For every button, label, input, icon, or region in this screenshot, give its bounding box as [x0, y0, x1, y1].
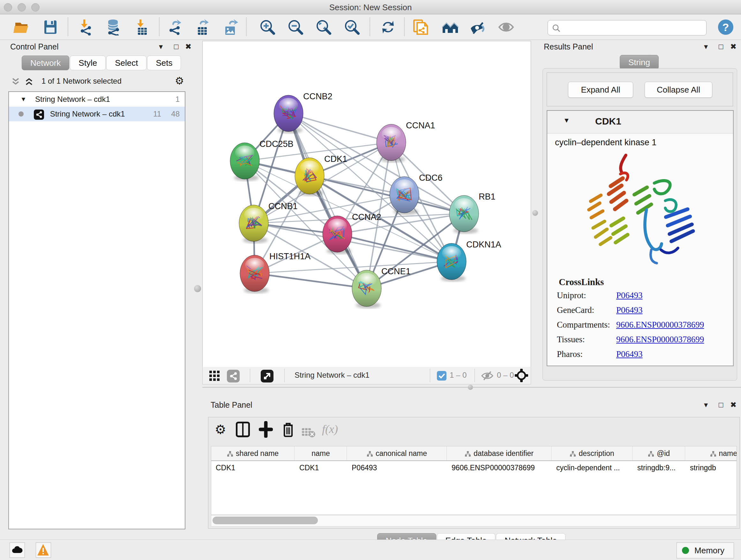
table-cell[interactable]: cyclin-dependent ... [556, 461, 631, 475]
selected-checkbox-icon[interactable] [437, 371, 447, 381]
delete-column-icon[interactable] [281, 421, 295, 438]
table-gear-icon[interactable]: ⚙ [215, 421, 229, 438]
delete-table-icon[interactable] [301, 424, 316, 441]
column-header-namespace[interactable]: namespace [685, 446, 737, 460]
hide-eye-icon[interactable] [469, 19, 486, 36]
function-builder-icon: f(x) [322, 421, 351, 438]
expand-all-button[interactable]: Expand All [568, 82, 633, 98]
node-CCNA1[interactable] [377, 124, 406, 163]
edge-CCNB2-CCNE1[interactable] [288, 113, 367, 288]
results-panel-close-icon[interactable]: ✖ [730, 42, 737, 51]
automation-cloud-button[interactable] [10, 543, 25, 558]
node-RB1[interactable] [449, 195, 479, 234]
import-network-database-icon[interactable] [105, 19, 121, 36]
table-panel-float-icon[interactable]: ▾ [704, 400, 708, 409]
scrollbar-thumb[interactable] [212, 516, 318, 524]
gear-icon[interactable]: ⚙ [175, 75, 184, 87]
tab-string[interactable]: String [620, 55, 659, 70]
table-horizontal-scrollbar[interactable] [211, 515, 737, 526]
node-CCNB1[interactable] [239, 205, 268, 243]
zoom-selected-icon[interactable] [344, 19, 360, 36]
export-image-icon[interactable] [223, 19, 239, 36]
tab-select[interactable]: Select [106, 56, 146, 70]
memory-button[interactable]: Memory [677, 543, 734, 558]
node-CCNA2[interactable] [323, 216, 352, 254]
tab-network[interactable]: Network [22, 56, 69, 70]
crosslink-value-link[interactable]: P06493 [616, 291, 643, 300]
node-CDC25B[interactable] [230, 143, 259, 181]
crosslink-value-link[interactable]: P06493 [616, 349, 643, 359]
collapse-triangle-icon[interactable]: ▼ [20, 92, 26, 107]
crosslink-value-link[interactable]: 9606.ENSP00000378699 [616, 320, 704, 330]
column-header-shared-name[interactable]: shared name [211, 446, 294, 460]
node-label-CCNB2: CCNB2 [303, 91, 333, 101]
string-network-graph[interactable]: CCNB2CCNA1CDC25BCDK1CDC6RB1CCNB1CCNA2CDK… [203, 41, 531, 367]
results-panel-float-icon[interactable]: ▾ [704, 42, 708, 51]
export-table-icon[interactable] [194, 19, 211, 36]
edge-CCNE1-HIST1H1A[interactable] [255, 273, 367, 288]
home-gallery-icon[interactable] [442, 19, 459, 36]
table-cell[interactable]: stringdb:9... [637, 461, 684, 475]
tab-style[interactable]: Style [70, 56, 106, 70]
node-HIST1H1A[interactable] [240, 255, 269, 294]
control-panel-float-icon[interactable]: ▾ [159, 42, 163, 51]
collapse-triangle-icon[interactable]: ▼ [563, 117, 570, 124]
add-column-icon[interactable] [259, 421, 273, 438]
network-collection-row[interactable]: ▼ String Network – cdk1 1 [9, 92, 185, 107]
crosslink-value-link[interactable]: P06493 [616, 305, 643, 315]
collapse-all-button[interactable]: Collapse All [645, 82, 712, 98]
left-splitter-handle[interactable] [194, 285, 201, 292]
node-CDKN1A[interactable] [437, 243, 466, 282]
node-CCNB2[interactable] [274, 95, 303, 133]
table-cell[interactable]: P06493 [352, 461, 445, 475]
tab-sets[interactable]: Sets [147, 56, 181, 70]
zoom-in-icon[interactable] [259, 19, 276, 36]
column-header-name[interactable]: name [295, 446, 347, 460]
column-header-@id[interactable]: @id [633, 446, 685, 460]
control-panel-close-icon[interactable]: ✖ [185, 42, 192, 51]
birds-eye-view-icon[interactable] [261, 370, 273, 382]
show-eye-icon[interactable] [498, 19, 515, 36]
selected-counts: 1 – 0 [450, 371, 467, 380]
column-header-label: description [579, 449, 614, 457]
table-cell[interactable]: stringdb [690, 461, 737, 475]
save-session-icon[interactable] [42, 19, 59, 36]
expand-all-chevron-icon[interactable] [11, 78, 20, 86]
share-document-icon[interactable] [413, 19, 429, 36]
show-columns-icon[interactable] [236, 421, 250, 438]
column-header-canonical-name[interactable]: canonical name [347, 446, 447, 460]
table-cell[interactable]: CDK1 [216, 461, 293, 475]
export-network-icon[interactable] [166, 19, 183, 36]
search-input[interactable] [563, 22, 702, 33]
crosslink-value-link[interactable]: 9606.ENSP00000378699 [616, 334, 704, 345]
results-panel-maximize-icon[interactable]: □ [719, 42, 724, 51]
table-cell[interactable]: CDK1 [299, 461, 345, 475]
network-view-canvas[interactable]: CCNB2CCNA1CDC25BCDK1CDC6RB1CCNB1CCNA2CDK… [202, 41, 531, 367]
column-header-label: shared name [236, 449, 279, 457]
table-panel-maximize-icon[interactable]: □ [719, 400, 724, 409]
table-panel-close-icon[interactable]: ✖ [730, 400, 737, 409]
crosslinks-section: CrossLinks Uniprot:P06493GeneCard:P06493… [547, 277, 733, 364]
network-share-view-icon[interactable] [227, 370, 240, 382]
zoom-out-icon[interactable] [287, 19, 304, 36]
import-network-file-icon[interactable] [78, 19, 94, 36]
zoom-fit-content-icon[interactable] [315, 19, 332, 36]
node-CCNE1[interactable] [352, 270, 381, 308]
gene-symbol: CDK1 [595, 116, 621, 127]
gene-card-header[interactable]: ▼ CDK1 [547, 111, 733, 133]
grid-view-icon[interactable] [209, 370, 220, 381]
right-splitter-handle[interactable] [532, 210, 538, 216]
pan-crosshair-icon[interactable] [515, 369, 528, 382]
column-header-database-identifier[interactable]: database identifier [447, 446, 551, 460]
control-panel-maximize-icon[interactable]: □ [174, 42, 179, 51]
warnings-button[interactable] [36, 543, 51, 558]
column-header-description[interactable]: description [552, 446, 632, 460]
refresh-view-icon[interactable] [380, 19, 396, 36]
help-icon[interactable]: ? [718, 19, 734, 36]
collapse-all-chevron-icon[interactable] [24, 77, 34, 86]
table-cell[interactable]: 9606.ENSP00000378699 [452, 461, 550, 475]
open-session-icon[interactable] [13, 19, 30, 36]
network-row[interactable]: String Network – cdk1 11 48 [9, 107, 185, 121]
import-table-file-icon[interactable] [134, 19, 151, 36]
toolbar-separator [284, 369, 285, 382]
